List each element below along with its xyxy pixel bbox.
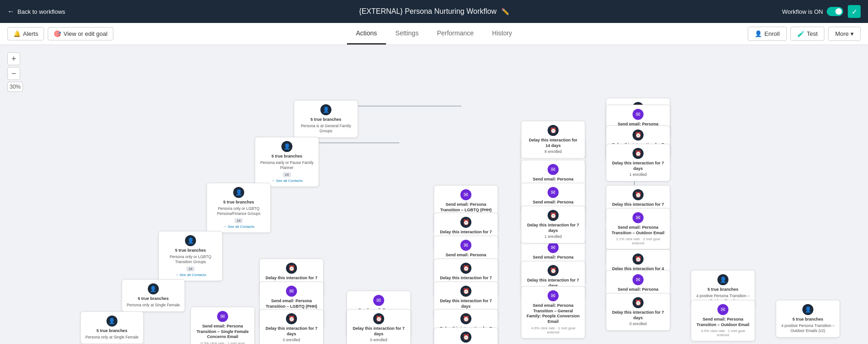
back-to-workflows-button[interactable]: ← Back to workflows: [7, 7, 65, 16]
workflow-node-n11[interactable]: ⏰Delay this interaction for 7 days0 enro…: [347, 309, 411, 344]
node-icon-n11: ⏰: [373, 313, 384, 324]
more-button[interactable]: More ▾: [828, 27, 861, 41]
node-icon-n8: ⏰: [286, 263, 297, 274]
node-subtitle-n40: 4 positive Persona Transition – Outdoor …: [781, 323, 835, 333]
node-badge-row-n4: 24: [163, 266, 218, 271]
workflow-node-n37[interactable]: ⏰Delay this interaction for 7 days0 enro…: [606, 293, 670, 331]
node-icon-n17: ⏰: [460, 286, 471, 297]
node-badge-n3: 24: [235, 218, 243, 223]
node-badge-row-n3: 24: [212, 218, 266, 223]
node-icon-n1: 👤: [320, 104, 331, 115]
node-title-n3: 5 true branches: [212, 200, 266, 205]
zoom-out-button[interactable]: −: [7, 67, 20, 80]
workflow-node-n4[interactable]: 👤5 true branchesPersona only or LGBTQ Tr…: [158, 231, 223, 281]
workflow-node-n34[interactable]: ✉Send email: Persona Transition – Outdoo…: [606, 208, 670, 249]
workflow-node-n39[interactable]: ✉Send email: Persona Transition – Outdoo…: [691, 300, 755, 341]
node-subtitle-n6: Persona only at Single Female: [85, 335, 139, 340]
workflow-node-n40[interactable]: 👤5 true branches4 positive Persona Trans…: [776, 300, 840, 338]
workflow-node-n12[interactable]: ⏰Delay this interaction for 7 days0 enro…: [259, 309, 324, 344]
node-title-n5: 5 true branches: [127, 296, 180, 302]
node-stats-n7: 0.0% click rate · 1 met goal entered: [196, 341, 250, 344]
node-icon-n13: ✉: [460, 189, 471, 200]
node-title-n4: 5 true branches: [163, 248, 218, 254]
node-icon-n38: 👤: [717, 274, 728, 285]
node-subtitle-n1: Persona is at General Family Groups: [299, 124, 353, 134]
goal-icon: 🎯: [54, 30, 61, 37]
node-icon-n32: ⏰: [633, 189, 644, 200]
workflow-node-n5[interactable]: 👤5 true branchesPersona only at Single F…: [122, 279, 185, 312]
alerts-button[interactable]: 🔔 Alerts: [7, 27, 44, 40]
node-badge-n2: 24: [283, 172, 291, 177]
edit-title-icon[interactable]: ✏️: [501, 8, 509, 15]
node-subtitle-n25: 1 enrolled: [526, 234, 580, 239]
workflow-node-n2[interactable]: 👤5 true branchesPersona early or Pause F…: [255, 137, 319, 187]
zoom-controls: + − 30%: [7, 52, 23, 92]
node-stats-n39: 4.0% click rate · 1 met goal entered: [696, 329, 750, 337]
node-link-n2[interactable]: → See all Contacts: [260, 179, 314, 183]
workflow-title-container: {EXTERNAL} Persona Nurturing Workflow ✏️: [359, 7, 509, 16]
toolbar-right-actions: 👤 Enroll 🧪 Test More ▾: [748, 27, 861, 41]
node-title-n34: Send email: Persona Transition – Outdoor…: [611, 225, 665, 236]
node-link-n3[interactable]: → See all Contacts: [212, 225, 266, 229]
workflow-canvas[interactable]: + − 30% 👤5 true branchesPersona is at Ge…: [0, 45, 868, 344]
workflow-node-n27[interactable]: ✉Send email: Persona Transition – Genera…: [521, 286, 585, 338]
workflow-node-n7[interactable]: ✉Send email: Persona Transition – Single…: [190, 307, 255, 344]
node-title-n25: Delay this interaction for 7 days: [526, 223, 580, 233]
workflow-status: Workflow is ON: [782, 7, 843, 16]
view-edit-goal-label: View or edit goal: [63, 30, 107, 37]
workflow-node-n31[interactable]: ⏰Delay this interaction for 7 days1 enro…: [606, 144, 670, 181]
node-subtitle-n4: Persona only or LGBTQ Transition Groups: [163, 254, 218, 265]
node-icon-n4: 👤: [185, 235, 196, 246]
alerts-label: Alerts: [23, 30, 38, 37]
zoom-out-icon: −: [11, 69, 17, 79]
confirm-button[interactable]: ✓: [848, 5, 861, 18]
node-badge-row-n2: 24: [260, 172, 314, 177]
nav-right-actions: Workflow is ON ✓: [782, 5, 861, 18]
node-icon-n14: ⏰: [460, 217, 471, 228]
node-icon-n18: ⏰: [460, 313, 471, 324]
more-label: More: [835, 30, 849, 37]
node-title-n6: 5 true branches: [85, 328, 139, 334]
node-stats-n34: 1.1% click rate · 2 met goal entered: [611, 237, 665, 245]
view-edit-goal-button[interactable]: 🎯 View or edit goal: [48, 27, 113, 40]
workflow-node-n6[interactable]: 👤5 true branchesPersona only at Single F…: [80, 311, 144, 344]
node-icon-n7: ✉: [217, 311, 228, 322]
node-stats-n27: 4.6% click rate · 1 met goal entered: [526, 326, 580, 334]
toolbar: 🔔 Alerts 🎯 View or edit goal Actions Set…: [0, 23, 868, 45]
workflow-node-n24[interactable]: ⏰Delay this interaction for 14 days8 enr…: [521, 121, 585, 158]
node-icon-n12: ⏰: [286, 313, 297, 324]
node-title-n1: 5 true branches: [299, 117, 353, 123]
node-icon-n16: ⏰: [460, 263, 471, 274]
chevron-down-icon: ▾: [851, 30, 854, 37]
tab-performance[interactable]: Performance: [428, 23, 483, 45]
workflow-node-n1[interactable]: 👤5 true branchesPersona is at General Fa…: [294, 100, 358, 138]
workflow-node-n19[interactable]: ⏰Delay this interaction for 7 days3 enro…: [434, 327, 498, 344]
node-subtitle-n24: 8 enrolled: [526, 149, 580, 154]
node-title-n39: Send email: Persona Transition – Outdoor…: [696, 317, 750, 327]
node-icon-n10: ✉: [373, 295, 384, 306]
enroll-label: Enroll: [764, 30, 779, 37]
node-title-n37: Delay this interaction for 7 days: [611, 310, 665, 321]
node-title-n2: 5 true branches: [260, 154, 314, 159]
node-link-n4[interactable]: → See all Contacts: [163, 273, 218, 277]
node-icon-n3: 👤: [233, 187, 244, 198]
node-title-n11: Delay this interaction for 7 days: [352, 326, 406, 337]
node-subtitle-n5: Persona only at Single Female: [127, 303, 180, 308]
tab-history[interactable]: History: [483, 23, 521, 45]
tab-actions[interactable]: Actions: [347, 23, 386, 45]
alerts-icon: 🔔: [13, 30, 21, 37]
test-button[interactable]: 🧪 Test: [790, 27, 825, 41]
workflow-node-n25[interactable]: ⏰Delay this interaction for 7 days1 enro…: [521, 206, 585, 243]
node-icon-n34: ✉: [633, 212, 644, 223]
workflow-toggle[interactable]: [827, 7, 843, 16]
node-title-n12: Delay this interaction for 7 days: [264, 326, 319, 337]
node-badge-n4: 24: [186, 266, 195, 271]
tab-settings[interactable]: Settings: [386, 23, 428, 45]
test-icon: 🧪: [797, 30, 805, 37]
workflow-node-n3[interactable]: 👤5 true branchesPersona only or LGBTQ Pe…: [207, 183, 271, 233]
zoom-in-button[interactable]: +: [7, 52, 20, 65]
zoom-level: 30%: [7, 82, 23, 92]
node-title-n31: Delay this interaction for 7 days: [611, 161, 665, 171]
enroll-button[interactable]: 👤 Enroll: [748, 27, 786, 41]
node-icon-n19: ⏰: [460, 332, 471, 343]
